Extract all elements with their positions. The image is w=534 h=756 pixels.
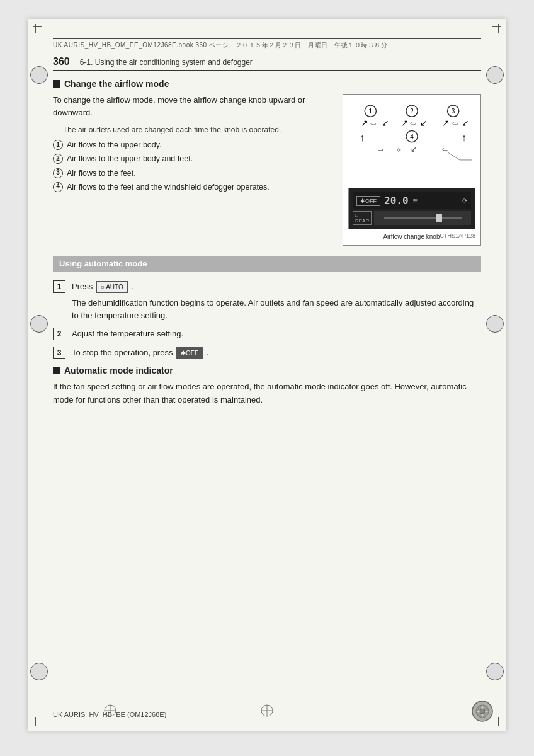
svg-text:↗: ↗ bbox=[361, 118, 368, 128]
airflow-item-4-text: Air flows to the feet and the windshield… bbox=[67, 181, 270, 193]
svg-text:↙: ↙ bbox=[462, 118, 469, 128]
panel-slider-thumb bbox=[436, 214, 442, 222]
reg-circle-right-bot bbox=[486, 663, 504, 680]
svg-text:↗: ↗ bbox=[442, 118, 450, 128]
reg-circle-right-mid bbox=[486, 315, 504, 333]
svg-point-34 bbox=[480, 709, 485, 714]
step-3-text-after: . bbox=[207, 348, 209, 357]
svg-text:2: 2 bbox=[410, 108, 414, 115]
svg-text:4: 4 bbox=[410, 134, 414, 140]
step-1-text-before: Press bbox=[72, 282, 93, 291]
circle-3: 3 bbox=[53, 168, 63, 178]
step-box-1: 1 bbox=[53, 280, 65, 293]
panel-right-icon: ⟳ bbox=[462, 197, 467, 204]
airflow-note: The air outlets used are changed each ti… bbox=[63, 124, 334, 135]
control-panel: ✱OFF 20.0 ≋ ⟳ □REAR bbox=[348, 188, 475, 229]
step-3-content: To stop the operation, press ✱OFF . bbox=[72, 346, 481, 359]
circle-1: 1 bbox=[53, 140, 63, 150]
header-text: UK AURIS_HV_HB_OM_EE_OM12J68E.book 360 ペ… bbox=[53, 41, 387, 50]
step-box-3: 3 bbox=[53, 346, 65, 359]
corner-mark-bl bbox=[33, 713, 45, 726]
svg-text:⇦: ⇦ bbox=[370, 120, 376, 127]
svg-text:↙: ↙ bbox=[420, 118, 428, 128]
airflow-section: To change the airflow mode, move the air… bbox=[53, 94, 481, 246]
bottom-crosshair-left bbox=[103, 704, 117, 719]
auto-button[interactable]: ○ AUTO bbox=[96, 281, 128, 293]
automatic-mode-bar: Using automatic mode bbox=[53, 256, 481, 272]
svg-text:↑: ↑ bbox=[360, 132, 365, 143]
step-1-text-after: . bbox=[131, 282, 134, 291]
airflow-item-1-text: Air flows to the upper body. bbox=[67, 139, 162, 151]
bullet-icon bbox=[53, 80, 60, 88]
reg-circle-left-mid bbox=[30, 315, 48, 333]
step-1-content: Press ○ AUTO . The dehumidification func… bbox=[72, 280, 481, 321]
step-2-text: Adjust the temperature setting. bbox=[72, 329, 183, 338]
airflow-diagram-svg: 1 2 3 ↗ ⇦ ↙ ↗ ⇦ ↙ ↗ bbox=[348, 100, 475, 182]
airflow-item-3-text: Air flows to the feet. bbox=[67, 168, 136, 179]
page-title-bar: 360 6-1. Using the air conditioning syst… bbox=[53, 56, 481, 71]
svg-text:⇦: ⇦ bbox=[452, 120, 458, 127]
circle-2: 2 bbox=[53, 154, 63, 164]
indicator-heading-text: Automatic mode indicator bbox=[64, 365, 173, 375]
header-strip: UK AURIS_HV_HB_OM_EE_OM12J68E.book 360 ペ… bbox=[53, 38, 481, 52]
page: UK AURIS_HV_HB_OM_EE_OM12J68E.book 360 ペ… bbox=[28, 19, 506, 731]
airflow-text-block: To change the airflow mode, move the air… bbox=[53, 94, 334, 246]
page-title: 6-1. Using the air conditioning system a… bbox=[80, 58, 253, 67]
step-1-detail: The dehumidification function begins to … bbox=[72, 297, 481, 321]
image-code: CTHS1AP128 bbox=[440, 232, 475, 239]
indicator-bullet-icon bbox=[53, 367, 60, 374]
airflow-section-heading: Change the airflow mode bbox=[53, 79, 481, 89]
panel-rear: □REAR bbox=[353, 211, 372, 225]
airflow-item-2-text: Air flows to the upper body and feet. bbox=[67, 153, 193, 164]
reg-circle-left-top bbox=[30, 66, 48, 84]
panel-off-btn: ✱OFF bbox=[356, 196, 380, 206]
indicator-text: If the fan speed setting or air flow mod… bbox=[53, 381, 481, 406]
reg-circle-right-top bbox=[486, 66, 504, 84]
reg-circle-left-bot bbox=[30, 663, 48, 680]
off-button[interactable]: ✱OFF bbox=[176, 347, 203, 359]
indicator-heading: Automatic mode indicator bbox=[53, 365, 481, 375]
svg-text:⇒: ⇒ bbox=[378, 146, 383, 153]
step-2-content: Adjust the temperature setting. bbox=[72, 328, 481, 340]
svg-text:↙: ↙ bbox=[382, 118, 389, 128]
panel-row2: □REAR bbox=[353, 211, 471, 225]
image-caption: Airflow change knob bbox=[348, 233, 440, 240]
panel-mode-icon: ≋ bbox=[412, 197, 418, 204]
airflow-item-3: 3 Air flows to the feet. bbox=[53, 168, 334, 179]
airflow-item-1: 1 Air flows to the upper body. bbox=[53, 139, 334, 151]
step-2: 2 Adjust the temperature setting. bbox=[53, 328, 481, 340]
svg-text:3: 3 bbox=[452, 108, 455, 115]
airflow-item-4: 4 Air flows to the feet and the windshie… bbox=[53, 181, 334, 193]
airflow-diagram-box: 1 2 3 ↗ ⇦ ↙ ↗ ⇦ ↙ ↗ bbox=[343, 94, 481, 246]
svg-text:↙: ↙ bbox=[411, 145, 417, 154]
panel-slider-area bbox=[374, 211, 471, 225]
svg-text:⛭: ⛭ bbox=[396, 147, 402, 153]
svg-text:↗: ↗ bbox=[401, 118, 409, 128]
bottom-fan-icon bbox=[471, 700, 494, 724]
panel-temp: 20.0 bbox=[384, 195, 409, 207]
step-box-2: 2 bbox=[53, 328, 65, 340]
airflow-item-2: 2 Air flows to the upper body and feet. bbox=[53, 153, 334, 164]
indicator-section: Automatic mode indicator If the fan spee… bbox=[53, 365, 481, 406]
step-3: 3 To stop the operation, press ✱OFF . bbox=[53, 346, 481, 359]
step-3-text-before: To stop the operation, press bbox=[72, 348, 173, 357]
svg-text:⇦: ⇦ bbox=[410, 120, 416, 127]
image-caption-row: Airflow change knob CTHS1AP128 bbox=[348, 231, 475, 240]
corner-mark-tl bbox=[33, 24, 45, 37]
corner-mark-tr bbox=[489, 24, 501, 37]
airflow-heading-text: Change the airflow mode bbox=[64, 79, 169, 89]
svg-text:↑: ↑ bbox=[462, 132, 467, 143]
panel-display: ✱OFF 20.0 ≋ ⟳ bbox=[353, 192, 471, 209]
airflow-image-block: 1 2 3 ↗ ⇦ ↙ ↗ ⇦ ↙ ↗ bbox=[343, 94, 481, 246]
airflow-intro: To change the airflow mode, move the air… bbox=[53, 94, 334, 119]
step-1: 1 Press ○ AUTO . The dehumidification fu… bbox=[53, 280, 481, 321]
svg-text:1: 1 bbox=[369, 108, 373, 115]
circle-4: 4 bbox=[53, 182, 63, 192]
step-1-detail-text: The dehumidification function begins to … bbox=[72, 298, 474, 320]
bottom-crosshair-center bbox=[260, 704, 274, 719]
page-number: 360 bbox=[53, 56, 70, 67]
automatic-mode-label: Using automatic mode bbox=[59, 259, 147, 268]
panel-slider bbox=[384, 217, 462, 219]
